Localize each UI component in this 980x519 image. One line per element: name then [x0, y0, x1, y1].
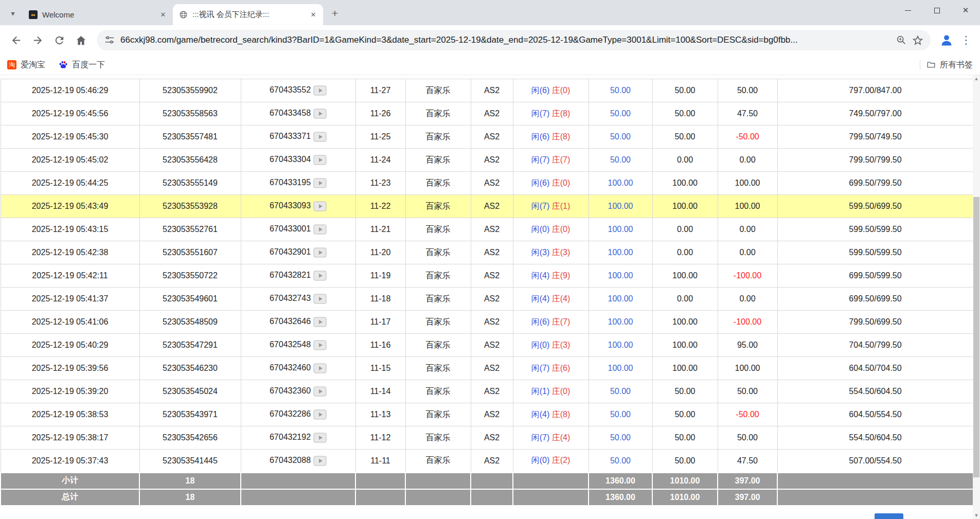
cell-valid-amount: 0.00	[652, 149, 718, 172]
bookmark-taobao[interactable]: 淘 爱淘宝	[7, 60, 45, 70]
replay-video-icon[interactable]	[313, 409, 327, 420]
cell-table-name: AS2	[471, 126, 513, 149]
game-id-text: 670433093	[270, 201, 311, 210]
game-id-text: 670433458	[270, 109, 311, 117]
player-result: 闲(0)	[531, 456, 550, 464]
partial-blue-button[interactable]	[875, 513, 903, 519]
replay-video-icon[interactable]	[313, 224, 327, 235]
replay-video-icon[interactable]	[313, 201, 327, 211]
table-row[interactable]: 2025-12-19 05:38:53523053543971670432286…	[1, 403, 973, 426]
minimize-button[interactable]	[894, 0, 922, 21]
cell-balance: 507.00/554.50	[777, 450, 973, 473]
banker-result: 庄(7)	[552, 317, 571, 326]
scrollbar-thumb[interactable]	[973, 197, 979, 477]
cell-game-type: 百家乐	[405, 172, 471, 195]
cell-win-loss: 47.50	[718, 450, 777, 473]
tab-search-chevron-icon[interactable]: ▾	[5, 6, 21, 21]
cell-round: 11-21	[355, 218, 405, 241]
refresh-button[interactable]	[49, 30, 69, 50]
cell-time: 2025-12-19 05:44:25	[1, 172, 139, 195]
cell-round: 11-18	[355, 288, 405, 311]
cell-balance: 699.50/799.50	[777, 172, 973, 195]
cell-valid-amount: 50.00	[652, 403, 718, 426]
forward-button[interactable]	[28, 30, 47, 50]
table-row[interactable]: 2025-12-19 05:45:56523053558563670433458…	[1, 102, 973, 126]
table-row[interactable]: 2025-12-19 05:40:29523053547291670432548…	[1, 334, 973, 357]
baidu-icon	[59, 60, 68, 69]
table-row[interactable]: 2025-12-19 05:44:25523053555149670433195…	[1, 172, 973, 195]
tab-close-icon[interactable]: ✕	[309, 10, 318, 20]
replay-video-icon[interactable]	[313, 317, 327, 327]
banker-result: 庄(3)	[552, 341, 571, 349]
replay-video-icon[interactable]	[313, 294, 327, 304]
cell-game-type: 百家乐	[405, 264, 471, 288]
tab-close-icon[interactable]: ✕	[158, 10, 168, 20]
scroll-up-icon[interactable]: ▲	[973, 75, 980, 82]
all-bookmarks-button[interactable]: 所有书签	[926, 60, 973, 70]
replay-video-icon[interactable]	[313, 271, 327, 281]
vertical-scrollbar[interactable]: ▲ ▼	[973, 75, 980, 519]
replay-video-icon[interactable]	[313, 247, 327, 258]
table-row[interactable]: 2025-12-19 05:42:11523053550722670432821…	[1, 264, 973, 288]
replay-video-icon[interactable]	[313, 178, 327, 188]
table-row[interactable]: 2025-12-19 05:45:30523053557481670433371…	[1, 126, 973, 149]
bet-table-body: 2025-12-19 05:46:29523053559902670433552…	[1, 79, 973, 506]
replay-video-icon[interactable]	[313, 155, 327, 165]
table-row[interactable]: 2025-12-19 05:39:56523053546230670432460…	[1, 357, 973, 380]
zoom-icon[interactable]	[896, 34, 907, 46]
cell-round: 11-15	[355, 357, 405, 380]
home-button[interactable]	[71, 30, 91, 50]
banker-result: 庄(8)	[552, 109, 571, 118]
game-id-text: 670432821	[270, 271, 311, 279]
tab-title: Welcome	[42, 10, 154, 19]
profile-avatar[interactable]	[937, 30, 956, 50]
table-row[interactable]: 2025-12-19 05:38:17523053542656670432192…	[1, 426, 973, 450]
table-row[interactable]: 2025-12-19 05:41:06523053548509670432646…	[1, 311, 973, 334]
cell-bet-id: 523053546230	[139, 357, 241, 380]
bookmark-star-icon[interactable]	[912, 34, 923, 46]
table-row[interactable]: 2025-12-19 05:42:38523053551607670432901…	[1, 241, 973, 264]
cell-game-type: 百家乐	[405, 311, 471, 334]
cell-valid-amount: 50.00	[652, 102, 718, 126]
cell-table-name: AS2	[471, 403, 513, 426]
replay-video-icon[interactable]	[313, 363, 327, 373]
tab-welcome[interactable]: Welcome ✕	[23, 4, 173, 25]
browser-menu-icon[interactable]: ⋮	[958, 30, 974, 50]
cell-game-id: 670433304	[241, 149, 355, 172]
cell-round: 11-24	[355, 149, 405, 172]
back-button[interactable]	[6, 30, 26, 50]
table-row[interactable]: 2025-12-19 05:37:43523053541445670432088…	[1, 450, 973, 473]
cell-time: 2025-12-19 05:45:02	[1, 149, 139, 172]
cell-round: 11-11	[355, 450, 405, 473]
bookmark-baidu[interactable]: 百度一下	[59, 60, 105, 70]
cell-round: 11-13	[355, 403, 405, 426]
table-row[interactable]: 2025-12-19 05:43:49523053553928670433093…	[1, 195, 973, 218]
address-bar[interactable]: 66cxkj98.com/game/betrecord_search/kind3…	[97, 30, 931, 50]
cell-time: 2025-12-19 05:46:29	[1, 79, 139, 102]
table-row[interactable]: 2025-12-19 05:41:37523053549601670432743…	[1, 288, 973, 311]
replay-video-icon[interactable]	[313, 433, 327, 443]
cell-bet-id: 523053552761	[139, 218, 241, 241]
replay-video-icon[interactable]	[313, 132, 327, 142]
replay-video-icon[interactable]	[313, 340, 327, 350]
close-window-button[interactable]: ✕	[951, 0, 980, 21]
replay-video-icon[interactable]	[313, 85, 327, 96]
table-row[interactable]: 2025-12-19 05:43:15523053552761670433001…	[1, 218, 973, 241]
replay-video-icon[interactable]	[313, 456, 327, 466]
replay-video-icon[interactable]	[313, 109, 327, 119]
tab-bet-records[interactable]: :::视讯 会员下注纪录::: ✕	[173, 4, 323, 25]
player-result: 闲(7)	[531, 109, 550, 118]
table-row[interactable]: 2025-12-19 05:39:20523053545024670432360…	[1, 380, 973, 403]
game-id-text: 670433552	[270, 85, 311, 94]
cell-bet-id: 523053550722	[139, 264, 241, 288]
cell-table-name: AS2	[471, 241, 513, 264]
replay-video-icon[interactable]	[313, 386, 327, 397]
cell-game-type: 百家乐	[405, 426, 471, 450]
game-id-text: 670432901	[270, 247, 311, 256]
table-row[interactable]: 2025-12-19 05:46:29523053559902670433552…	[1, 79, 973, 102]
scroll-down-icon[interactable]: ▼	[973, 512, 980, 519]
new-tab-button[interactable]: +	[327, 6, 343, 21]
table-row[interactable]: 2025-12-19 05:45:02523053556428670433304…	[1, 149, 973, 172]
maximize-button[interactable]	[922, 0, 951, 21]
site-settings-icon[interactable]	[104, 34, 115, 46]
